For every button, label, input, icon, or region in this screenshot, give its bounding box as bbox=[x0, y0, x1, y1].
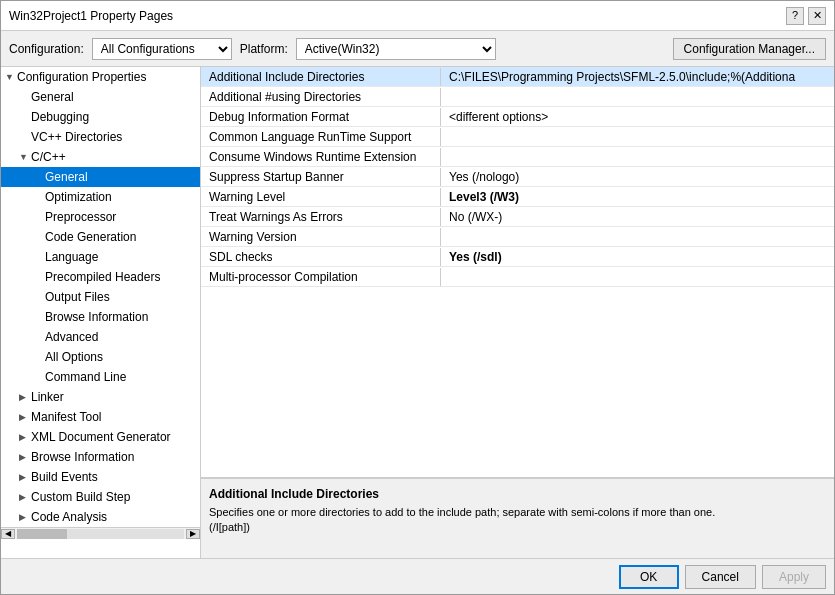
description-title: Additional Include Directories bbox=[209, 487, 826, 501]
tree-item-vc-dirs[interactable]: VC++ Directories bbox=[1, 127, 200, 147]
prop-value: Yes (/sdl) bbox=[441, 248, 834, 266]
tree-arrow: ▼ bbox=[19, 152, 31, 162]
tree-arrow bbox=[19, 112, 31, 122]
prop-value bbox=[441, 95, 834, 99]
tree-item-c-cpp[interactable]: ▼ C/C++ bbox=[1, 147, 200, 167]
tree-label: Command Line bbox=[45, 370, 126, 384]
tree-label: Custom Build Step bbox=[31, 490, 130, 504]
tree-label: Code Analysis bbox=[31, 510, 107, 524]
tree-item-code-gen[interactable]: Code Generation bbox=[1, 227, 200, 247]
tree-label: Optimization bbox=[45, 190, 112, 204]
props-row[interactable]: Consume Windows Runtime Extension bbox=[201, 147, 834, 167]
prop-name: Treat Warnings As Errors bbox=[201, 208, 441, 226]
props-row[interactable]: Debug Information Format<different optio… bbox=[201, 107, 834, 127]
configuration-select[interactable]: All Configurations bbox=[92, 38, 232, 60]
tree-arrow bbox=[33, 252, 45, 262]
description-body: Specifies one or more directories to add… bbox=[209, 506, 715, 518]
tree-item-linker[interactable]: ▶ Linker bbox=[1, 387, 200, 407]
tree-arrow bbox=[33, 212, 45, 222]
platform-label: Platform: bbox=[240, 42, 288, 56]
tree-arrow bbox=[33, 352, 45, 362]
tree-label: Browse Information bbox=[31, 450, 134, 464]
prop-value bbox=[441, 155, 834, 159]
tree-arrow: ▶ bbox=[19, 492, 31, 502]
tree-item-manifest-tool[interactable]: ▶ Manifest Tool bbox=[1, 407, 200, 427]
tree-item-build-events[interactable]: ▶ Build Events bbox=[1, 467, 200, 487]
tree-arrow: ▶ bbox=[19, 452, 31, 462]
tree-item-code-analysis[interactable]: ▶ Code Analysis bbox=[1, 507, 200, 527]
scroll-left-arrow[interactable]: ◀ bbox=[1, 529, 15, 539]
props-row[interactable]: Treat Warnings As ErrorsNo (/WX-) bbox=[201, 207, 834, 227]
tree-item-cpp-general[interactable]: General bbox=[1, 167, 200, 187]
prop-value: No (/WX-) bbox=[441, 208, 834, 226]
props-row[interactable]: Multi-processor Compilation bbox=[201, 267, 834, 287]
button-bar: OK Cancel Apply bbox=[1, 558, 834, 594]
ok-button[interactable]: OK bbox=[619, 565, 679, 589]
prop-name: Suppress Startup Banner bbox=[201, 168, 441, 186]
tree-arrow: ▶ bbox=[19, 392, 31, 402]
prop-name: Multi-processor Compilation bbox=[201, 268, 441, 286]
tree-item-cmd-line[interactable]: Command Line bbox=[1, 367, 200, 387]
tree-item-optimization[interactable]: Optimization bbox=[1, 187, 200, 207]
prop-name: Additional Include Directories bbox=[201, 68, 441, 86]
prop-value bbox=[441, 275, 834, 279]
tree-label: Configuration Properties bbox=[17, 70, 146, 84]
tree-item-xml-doc-gen[interactable]: ▶ XML Document Generator bbox=[1, 427, 200, 447]
tree-label: All Options bbox=[45, 350, 103, 364]
tree-panel: ▼ Configuration Properties General Debug… bbox=[1, 67, 201, 558]
tree-label: Output Files bbox=[45, 290, 110, 304]
tree-label: Preprocessor bbox=[45, 210, 116, 224]
tree-label: Language bbox=[45, 250, 98, 264]
tree-item-config-props[interactable]: ▼ Configuration Properties bbox=[1, 67, 200, 87]
props-row[interactable]: Common Language RunTime Support bbox=[201, 127, 834, 147]
tree-item-advanced[interactable]: Advanced bbox=[1, 327, 200, 347]
tree-item-custom-build[interactable]: ▶ Custom Build Step bbox=[1, 487, 200, 507]
props-table: Additional Include DirectoriesC:\FILES\P… bbox=[201, 67, 834, 478]
apply-button[interactable]: Apply bbox=[762, 565, 826, 589]
prop-name: Consume Windows Runtime Extension bbox=[201, 148, 441, 166]
props-row[interactable]: Warning Version bbox=[201, 227, 834, 247]
tree-item-all-options[interactable]: All Options bbox=[1, 347, 200, 367]
prop-value bbox=[441, 235, 834, 239]
tree-arrow bbox=[33, 372, 45, 382]
tree-arrow bbox=[19, 132, 31, 142]
config-manager-button[interactable]: Configuration Manager... bbox=[673, 38, 826, 60]
tree-label: VC++ Directories bbox=[31, 130, 122, 144]
props-row[interactable]: SDL checksYes (/sdl) bbox=[201, 247, 834, 267]
props-row[interactable]: Suppress Startup BannerYes (/nologo) bbox=[201, 167, 834, 187]
tree-label: General bbox=[31, 90, 74, 104]
tree-item-browse-info[interactable]: Browse Information bbox=[1, 307, 200, 327]
tree-arrow bbox=[33, 232, 45, 242]
tree-scrollbar[interactable]: ◀▶ bbox=[1, 527, 200, 539]
scroll-right-arrow[interactable]: ▶ bbox=[186, 529, 200, 539]
tree-label: C/C++ bbox=[31, 150, 66, 164]
tree-label: Linker bbox=[31, 390, 64, 404]
help-button[interactable]: ? bbox=[786, 7, 804, 25]
tree-label: Debugging bbox=[31, 110, 89, 124]
tree-item-browse-info2[interactable]: ▶ Browse Information bbox=[1, 447, 200, 467]
props-row[interactable]: Warning LevelLevel3 (/W3) bbox=[201, 187, 834, 207]
cancel-button[interactable]: Cancel bbox=[685, 565, 756, 589]
platform-select[interactable]: Active(Win32) bbox=[296, 38, 496, 60]
tree-item-preprocessor[interactable]: Preprocessor bbox=[1, 207, 200, 227]
prop-name: Warning Level bbox=[201, 188, 441, 206]
tree-arrow bbox=[33, 292, 45, 302]
description-panel: Additional Include Directories Specifies… bbox=[201, 478, 834, 558]
tree-item-language[interactable]: Language bbox=[1, 247, 200, 267]
prop-name: Common Language RunTime Support bbox=[201, 128, 441, 146]
title-bar: Win32Project1 Property Pages ? ✕ bbox=[1, 1, 834, 31]
tree-arrow bbox=[33, 312, 45, 322]
scroll-thumb[interactable] bbox=[17, 529, 67, 539]
tree-item-output-files[interactable]: Output Files bbox=[1, 287, 200, 307]
tree-item-precompiled[interactable]: Precompiled Headers bbox=[1, 267, 200, 287]
tree-arrow bbox=[19, 92, 31, 102]
config-label: Configuration: bbox=[9, 42, 84, 56]
tree-item-general[interactable]: General bbox=[1, 87, 200, 107]
prop-value: Yes (/nologo) bbox=[441, 168, 834, 186]
prop-value: C:\FILES\Programming Projects\SFML-2.5.0… bbox=[441, 68, 834, 86]
close-button[interactable]: ✕ bbox=[808, 7, 826, 25]
tree-item-debugging[interactable]: Debugging bbox=[1, 107, 200, 127]
props-row[interactable]: Additional Include DirectoriesC:\FILES\P… bbox=[201, 67, 834, 87]
props-panel: Additional Include DirectoriesC:\FILES\P… bbox=[201, 67, 834, 558]
props-row[interactable]: Additional #using Directories bbox=[201, 87, 834, 107]
